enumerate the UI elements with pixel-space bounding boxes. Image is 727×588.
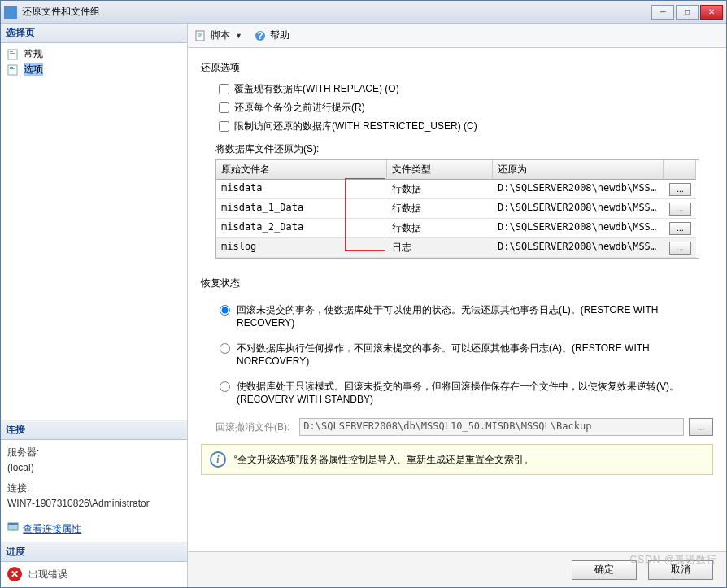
svg-rect-4 — [10, 67, 13, 68]
script-button[interactable]: 脚本 — [211, 28, 230, 42]
cell-restore-as[interactable]: D:\SQLSERVER2008\newdb\MSSQL10... — [493, 199, 664, 219]
col-browse — [664, 160, 696, 180]
tree-item-label: 常规 — [24, 47, 43, 61]
left-panel: 选择页 常规 选项 连接 服务器: — [1, 24, 188, 587]
page-icon — [7, 64, 20, 76]
maximize-button[interactable]: □ — [676, 5, 699, 20]
browse-button[interactable]: ... — [669, 183, 691, 196]
page-icon — [7, 49, 20, 60]
restrict-label: 限制访问还原的数据库(WITH RESTRICTED_USER) (C) — [234, 120, 477, 133]
svg-rect-8 — [196, 31, 204, 41]
server-value: (local) — [7, 460, 181, 476]
table-row[interactable]: mislog日志D:\SQLSERVER2008\newdb\MSSQL10..… — [216, 238, 699, 258]
svg-rect-2 — [10, 53, 15, 54]
cell-restore-as[interactable]: D:\SQLSERVER2008\newdb\MSSQL10... — [493, 219, 664, 238]
cell-browse: ... — [664, 180, 696, 199]
view-connection-props-link[interactable]: 查看连接属性 — [23, 523, 81, 534]
svg-text:?: ? — [257, 30, 263, 41]
recovery-label: 回滚未提交的事务，使数据库处于可以使用的状态。无法还原其他事务日志(L)。(RE… — [237, 303, 713, 329]
connection-label: 连接: — [7, 481, 181, 496]
tree-item-label: 选项 — [24, 63, 43, 76]
help-icon: ? — [254, 29, 267, 42]
table-row[interactable]: misdata_1_Data行数据D:\SQLSERVER2008\newdb\… — [216, 199, 699, 219]
dropdown-arrow-icon[interactable]: ▼ — [235, 32, 242, 40]
info-bar: i “全文升级选项”服务器属性控制是导入、重新生成还是重置全文索引。 — [201, 444, 713, 475]
cell-browse: ... — [664, 199, 696, 219]
cell-original-name: mislog — [216, 238, 387, 258]
cell-file-type: 行数据 — [387, 180, 493, 199]
svg-rect-0 — [8, 50, 17, 59]
cell-browse: ... — [664, 219, 696, 238]
cell-file-type: 行数据 — [387, 219, 493, 238]
browse-button[interactable]: ... — [669, 203, 691, 216]
connection-value: WIN7-1907310826\Administrator — [7, 496, 181, 512]
cell-restore-as[interactable]: D:\SQLSERVER2008\newdb\MSSQL10... — [493, 180, 664, 199]
title-bar: 还原文件和文件组 ─ □ ✕ — [1, 1, 726, 24]
rollback-file-label: 回滚撤消文件(B): — [215, 420, 289, 434]
watermark: CSDN @孤诺数行 — [629, 553, 717, 567]
standby-label: 使数据库处于只读模式。回滚未提交的事务，但将回滚操作保存在一个文件中，以使恢复效… — [237, 380, 713, 405]
file-grid: 原始文件名 文件类型 还原为 misdata行数据D:\SQLSERVER200… — [215, 159, 699, 259]
info-icon: i — [210, 451, 226, 468]
browse-button[interactable]: ... — [669, 242, 691, 255]
cell-browse: ... — [664, 238, 696, 258]
minimize-button[interactable]: ─ — [651, 5, 674, 20]
app-icon — [4, 6, 17, 19]
browse-button[interactable]: ... — [669, 222, 691, 235]
window-title: 还原文件和文件组 — [22, 5, 651, 19]
tree-item-general[interactable]: 常规 — [6, 46, 182, 62]
cell-file-type: 行数据 — [387, 199, 493, 219]
svg-rect-7 — [8, 523, 18, 525]
overwrite-checkbox[interactable] — [219, 84, 229, 94]
norecovery-radio[interactable] — [220, 343, 230, 354]
col-original-name[interactable]: 原始文件名 — [216, 160, 387, 180]
col-restore-as[interactable]: 还原为 — [493, 160, 664, 180]
rollback-browse-button[interactable]: ... — [689, 418, 713, 436]
table-row[interactable]: misdata行数据D:\SQLSERVER2008\newdb\MSSQL10… — [216, 180, 699, 199]
ok-button[interactable]: 确定 — [572, 560, 637, 580]
rollback-file-field[interactable]: D:\SQLSERVER2008\db\MSSQL10_50.MISDB\MSS… — [299, 418, 684, 436]
tree-item-options[interactable]: 选项 — [6, 62, 182, 77]
cell-original-name: misdata_1_Data — [216, 199, 387, 219]
restore-options-title: 还原选项 — [201, 61, 713, 75]
cell-restore-as[interactable]: D:\SQLSERVER2008\newdb\MSSQL10... — [493, 238, 664, 258]
info-text: “全文升级选项”服务器属性控制是导入、重新生成还是重置全文索引。 — [234, 453, 533, 467]
cell-file-type: 日志 — [387, 238, 493, 258]
script-icon — [194, 29, 207, 42]
progress-header: 进度 — [1, 542, 187, 562]
prompt-label: 还原每个备份之前进行提示(R) — [234, 101, 365, 115]
overwrite-label: 覆盖现有数据库(WITH REPLACE) (O) — [234, 82, 399, 96]
cell-original-name: misdata — [216, 180, 387, 199]
table-row[interactable]: misdata_2_Data行数据D:\SQLSERVER2008\newdb\… — [216, 219, 699, 238]
error-icon: ✕ — [7, 567, 22, 581]
connection-header: 连接 — [1, 420, 187, 440]
properties-icon — [7, 520, 20, 532]
server-label: 服务器: — [7, 445, 181, 460]
help-button[interactable]: 帮助 — [270, 28, 289, 42]
recovery-radio[interactable] — [220, 305, 230, 316]
col-file-type[interactable]: 文件类型 — [387, 160, 493, 180]
standby-radio[interactable] — [220, 381, 230, 392]
restore-as-label: 将数据库文件还原为(S): — [215, 142, 713, 156]
svg-rect-1 — [10, 51, 13, 52]
cell-original-name: misdata_2_Data — [216, 219, 387, 238]
toolbar: 脚本 ▼ ? 帮助 — [188, 24, 726, 48]
recovery-state-title: 恢复状态 — [201, 277, 713, 290]
svg-rect-5 — [10, 68, 15, 69]
close-button[interactable]: ✕ — [700, 5, 723, 20]
prompt-checkbox[interactable] — [219, 102, 229, 113]
norecovery-label: 不对数据库执行任何操作，不回滚未提交的事务。可以还原其他事务日志(A)。(RES… — [237, 342, 713, 367]
select-page-header: 选择页 — [1, 24, 187, 43]
svg-rect-3 — [8, 65, 17, 75]
progress-text: 出现错误 — [28, 567, 67, 582]
restrict-checkbox[interactable] — [219, 121, 229, 132]
